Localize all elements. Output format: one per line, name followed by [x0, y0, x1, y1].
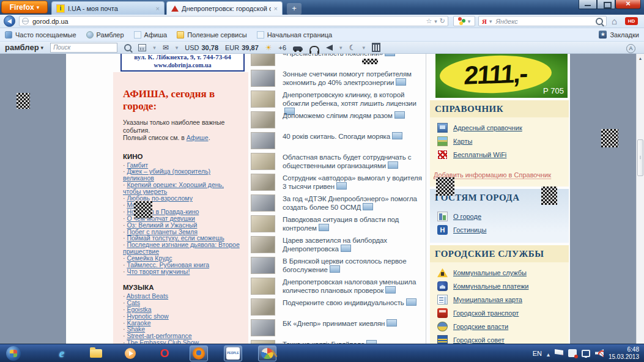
news-item[interactable]: Подчеркните свою индивидуальность: [251, 298, 423, 319]
news-item[interactable]: 40 років скитань. Спогади моряка: [251, 132, 423, 153]
search-icon[interactable]: [596, 18, 603, 25]
news-thumbnail[interactable]: [251, 174, 275, 191]
scrollbar-thumb[interactable]: [637, 139, 643, 176]
news-title[interactable]: 40 років скитань. Спогади моряка: [283, 132, 423, 141]
url-dropdown-icon[interactable]: [434, 18, 437, 24]
sidebar-link[interactable]: Карты: [437, 135, 569, 148]
bookmark-item[interactable]: Рамблер: [86, 31, 124, 39]
news-thumbnail[interactable]: [251, 236, 275, 253]
url-input[interactable]: [31, 17, 423, 26]
news-item[interactable]: Зонные счетчики помогут потребителям эко…: [251, 70, 423, 90]
news-thumbnail[interactable]: [251, 215, 275, 232]
news-item[interactable]: БК «Днепр» принимает киевлян: [251, 319, 423, 340]
news-title[interactable]: Сотрудник «автодора» вымогал у водителя …: [283, 174, 423, 191]
sidebar-link[interactable]: О городе: [437, 210, 569, 223]
taskbar-clock[interactable]: 6:48 15.03.2013: [609, 346, 639, 361]
news-title[interactable]: Допоможемо сліпим людям разом: [283, 111, 423, 120]
bank-building-icon[interactable]: [372, 43, 380, 52]
news-title[interactable]: Днепропетровская налоговая уменьшила кол…: [283, 278, 423, 295]
news-item[interactable]: Днепропетровская налоговая уменьшила кол…: [251, 278, 423, 298]
price-banner-ad[interactable]: 2111,- Р 705: [435, 54, 568, 98]
sidebar-link-label[interactable]: Городской совет: [453, 336, 505, 344]
mail-icon[interactable]: [163, 44, 169, 51]
news-title[interactable]: В Брянской церкви состоялось первое бого…: [283, 257, 423, 274]
tab-gorod-dp-ua[interactable]: Днепропетровск: городской сайт g... ×: [166, 1, 283, 15]
news-item[interactable]: Царев засветился на билбордах Днепропетр…: [251, 236, 423, 257]
taskbar-firefox[interactable]: [190, 345, 208, 361]
news-item[interactable]: За год «ДТЭК Днепрооблэнерго» помогла со…: [251, 194, 423, 215]
news-thumbnail[interactable]: [251, 319, 275, 336]
news-thumbnail[interactable]: [251, 257, 275, 274]
taskbar-people[interactable]: PEOPLE: [224, 345, 242, 361]
sidebar-link[interactable]: Адресный справочник: [437, 121, 569, 135]
send-plane-icon[interactable]: [326, 45, 333, 51]
sidebar-link-label[interactable]: Муниципальная карта: [453, 296, 522, 303]
update-alert-icon[interactable]: [568, 349, 577, 357]
news-thumbnail[interactable]: [251, 298, 275, 316]
taskbar-ie[interactable]: e: [53, 345, 71, 361]
network-icon[interactable]: [582, 350, 590, 357]
sidebar-link-label[interactable]: Коммунальные службы: [453, 269, 527, 276]
maximize-button[interactable]: [597, 0, 615, 9]
night-mode-icon[interactable]: [349, 44, 356, 51]
news-thumbnail[interactable]: [251, 278, 275, 295]
bookmark-star-icon[interactable]: [426, 18, 432, 24]
afisha-link[interactable]: Афише: [187, 134, 209, 141]
taskbar-explorer[interactable]: [87, 345, 105, 361]
firefox-menu-button[interactable]: Firefox: [1, 1, 48, 13]
news-item[interactable]: «Преемственность поколений»: [251, 54, 423, 70]
news-item[interactable]: Сотрудник «автодора» вымогал у водителя …: [251, 174, 423, 194]
sidebar-link-label[interactable]: Городские власти: [453, 323, 508, 330]
sidebar-link[interactable]: Бесплатный WiFi: [437, 148, 569, 161]
sidebar-link-label[interactable]: Карты: [453, 138, 472, 145]
start-button[interactable]: [6, 346, 21, 361]
music-link[interactable]: The Embassy Club Show: [127, 339, 199, 344]
volume-muted-icon[interactable]: [595, 349, 604, 357]
bookmarks-menu-button[interactable]: Закладки: [599, 31, 639, 39]
movie-link[interactable]: Что творят мужчины!: [127, 268, 190, 275]
news-title[interactable]: Зонные счетчики помогут потребителям эко…: [283, 70, 423, 87]
rambler-search-icon[interactable]: [124, 44, 131, 51]
traffic-car-icon[interactable]: [293, 46, 303, 51]
news-title[interactable]: «Преемственность поколений»: [283, 54, 423, 57]
tab-close-icon[interactable]: ×: [274, 5, 278, 12]
bookmark-item[interactable]: Часто посещаемые: [5, 31, 76, 39]
hd-extension-icon[interactable]: HD: [625, 17, 638, 25]
url-bar[interactable]: [19, 16, 448, 26]
movie-link[interactable]: Крепкий орешек: Хороший день, чтобы умер…: [123, 181, 224, 195]
extension-button[interactable]: [453, 16, 475, 26]
calendar-icon[interactable]: [138, 44, 146, 51]
radio-headphones-icon[interactable]: [309, 46, 319, 52]
sidebar-link[interactable]: H Гостиницы: [437, 223, 569, 237]
sidebar-link[interactable]: Городские власти: [437, 320, 569, 333]
news-title[interactable]: Областная власть будет сотрудничать с об…: [283, 153, 423, 170]
yandex-search-box[interactable]: Я: [478, 16, 607, 26]
chevron-down-icon[interactable]: [176, 44, 179, 51]
sidebar-link[interactable]: Муниципальная карта: [437, 293, 569, 306]
reload-icon[interactable]: [440, 18, 445, 24]
sidebar-link-label[interactable]: Бесплатный WiFi: [453, 151, 506, 158]
bookmark-item[interactable]: Начальная страница: [257, 31, 332, 39]
rambler-brand-button[interactable]: рамблер: [5, 43, 43, 52]
sidebar-link[interactable]: Коммунальные платежи: [437, 279, 569, 293]
news-title[interactable]: Паводковая ситуация в области под контро…: [283, 215, 423, 232]
chevron-down-icon[interactable]: [362, 44, 365, 51]
news-title[interactable]: Подчеркните свою индивидуальность: [283, 298, 423, 307]
news-title[interactable]: За год «ДТЭК Днепрооблэнерго» помогла со…: [283, 194, 423, 212]
circled-a-icon[interactable]: A: [626, 44, 635, 53]
sidebar-link-label[interactable]: Коммунальные платежи: [453, 283, 528, 290]
news-thumbnail[interactable]: [251, 54, 275, 66]
sidebar-link-label[interactable]: Гостиницы: [453, 226, 486, 234]
news-thumbnail[interactable]: [251, 194, 275, 212]
sidebar-link-label[interactable]: Адресный справочник: [453, 124, 522, 131]
tray-expand-icon[interactable]: [547, 348, 550, 359]
dobrinja-ad-box[interactable]: вул. К. Лібкнехта, 9, т. 744-73-64 www.d…: [120, 54, 245, 72]
news-thumbnail[interactable]: [251, 132, 275, 149]
news-item[interactable]: Днепропетровскую клинику, в которой обож…: [251, 90, 423, 111]
yandex-search-input[interactable]: [494, 17, 593, 26]
news-thumbnail[interactable]: [251, 153, 275, 170]
news-title[interactable]: БК «Днепр» принимает киевлян: [283, 319, 423, 328]
sidebar-link[interactable]: Городской совет: [437, 333, 569, 344]
sidebar-link[interactable]: Городской транспорт: [437, 306, 569, 320]
sidebar-link-label[interactable]: Городской транспорт: [453, 309, 519, 317]
